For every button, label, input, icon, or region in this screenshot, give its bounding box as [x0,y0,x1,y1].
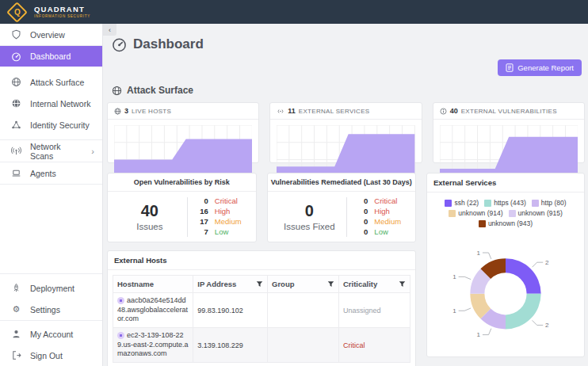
host-badge-icon [117,332,124,339]
hierarchy-icon [11,120,21,130]
gauge-icon [11,51,21,62]
column-header-hostname[interactable]: Hostname [113,276,193,293]
severity-label-low: Low [374,227,388,237]
external-services-count: 11 [288,107,296,115]
severity-label-critical: Critical [215,196,238,206]
sidebar-item-label: Agents [30,169,56,178]
sidebar-item-label: Network Scans [30,142,82,161]
sidebar-spacer [0,185,102,273]
top-header-bar: Q QUADRANT INFORMATION SECURITY [0,0,588,24]
laptop-icon [11,168,21,178]
legend-item-https[interactable]: https (443) [484,199,526,207]
legend-swatch [532,200,539,207]
page-title: Dashboard [133,36,204,52]
report-document-icon [506,63,514,72]
sidebar-item-label: Settings [30,305,60,315]
severity-label-medium: Medium [374,217,401,227]
chevron-left-icon: ‹ [109,26,111,34]
group-cell [268,328,339,363]
legend-item-http[interactable]: http (80) [532,199,567,207]
filter-icon[interactable] [327,280,334,288]
sidebar-item-overview[interactable]: Overview [0,24,102,45]
svg-text:2: 2 [545,322,549,329]
sidebar-item-identity-security[interactable]: Identity Security [0,114,102,135]
column-header-criticality[interactable]: Criticality [339,276,410,293]
sidebar-item-sign-out[interactable]: Sign Out [0,345,102,366]
sidebar-divider [0,273,102,274]
sidebar-item-label: Attack Surface [30,78,84,87]
column-header-ip-address[interactable]: IP Address [193,276,268,293]
svg-text:1: 1 [477,250,481,257]
sidebar-collapse-button[interactable]: ‹ [103,24,116,36]
sidebar-item-settings[interactable]: ⚙ Settings [0,299,102,320]
filter-icon[interactable] [399,280,406,288]
legend-item-unknown-943[interactable]: unknown (943) [479,219,533,227]
sidebar-item-dashboard[interactable]: Dashboard [0,46,102,67]
legend-item-ssh[interactable]: ssh (22) [445,199,479,207]
severity-label-high: High [215,207,231,216]
legend-swatch [449,210,456,217]
legend-swatch [509,210,516,217]
remediated-breakdown: 0Critical 0High 0Medium 0Low [357,196,401,237]
criticality-value: Unassigned [343,307,381,315]
severity-label-high: High [374,207,390,216]
severity-label-critical: Critical [374,196,397,206]
live-hosts-count: 3 [124,107,128,115]
host-badge-icon [117,297,124,304]
sidebar-item-internal-network[interactable]: Internal Network [0,93,102,114]
severity-label-medium: Medium [215,217,242,227]
sidebar-item-attack-surface[interactable]: Attack Surface [0,71,102,93]
stat-divider [187,197,188,237]
legend-item-unknown-914[interactable]: unknown (914) [449,209,502,217]
column-header-group[interactable]: Group [268,276,339,293]
open-vulnerabilities-title: Open Vulnerabilities by Risk [108,173,256,192]
sidebar-item-label: Sign Out [30,351,63,360]
sidebar-item-label: Internal Network [30,99,90,109]
sidebar-item-my-account[interactable]: My Account [0,323,102,345]
svg-text:1: 1 [452,307,456,315]
filter-icon[interactable] [256,280,263,288]
sidebar: Overview Dashboard Attack Surface Intern [0,24,103,366]
external-hosts-table: Hostname IP Address Group Criticality aa… [113,275,410,363]
open-vulnerabilities-breakdown: 0Critical 16High 17Medium 7Low [197,196,242,237]
remediated-total: 0 [281,202,337,220]
sidebar-item-agents[interactable]: Agents [0,162,102,184]
globe-icon [11,77,21,87]
dashboard-gauge-icon [112,37,127,52]
rocket-icon [11,283,21,293]
generate-report-button[interactable]: Generate Report [498,59,582,76]
ip-cell: 3.139.108.229 [193,328,268,363]
severity-label-low: Low [215,227,228,237]
sidebar-item-label: Identity Security [30,120,90,130]
group-cell [268,293,339,328]
external-vulnerabilities-label: EXTERNAL VULNERABILITIES [461,108,557,115]
sidebar-item-network-scans[interactable]: Network Scans › [0,140,102,162]
brand-text: QUADRANT INFORMATION SECURITY [34,6,90,18]
person-icon [11,329,21,339]
sidebar-item-deployment[interactable]: Deployment [0,277,102,299]
globe-filled-icon [11,98,21,109]
open-vulnerabilities-total-label: Issues [122,222,178,231]
ip-cell: 99.83.190.102 [193,293,268,328]
sidebar-divider [0,320,102,321]
stat-divider [346,197,347,237]
attack-surface-section-header: Attack Surface [107,85,585,96]
svg-text:1: 1 [477,331,481,338]
external-services-card: 11 EXTERNAL SERVICES [269,102,422,163]
donut-legend: ssh (22) https (443) http (80) unknown (… [427,193,584,229]
main-content: ‹ Dashboard Generate Report [103,24,588,366]
quadrant-logo-icon[interactable]: Q [6,2,28,23]
sign-out-icon [11,350,21,360]
brand-subtitle: INFORMATION SECURITY [34,15,90,19]
info-icon [440,108,447,115]
globe-icon [112,86,122,96]
legend-swatch [484,200,491,207]
app-window: Q QUADRANT INFORMATION SECURITY Overview… [0,0,588,366]
sidebar-item-label: Overview [30,30,65,40]
table-row[interactable]: aacb0a264e514dd48.awsglobalaccelerator.c… [113,293,410,328]
shield-icon [11,29,21,40]
legend-item-unknown-915[interactable]: unknown (915) [509,209,563,217]
section-title: Attack Surface [127,85,193,96]
external-vulnerabilities-count: 40 [450,107,458,115]
table-row[interactable]: ec2-3-139-108-229.us-east-2.compute.amaz… [113,328,410,363]
